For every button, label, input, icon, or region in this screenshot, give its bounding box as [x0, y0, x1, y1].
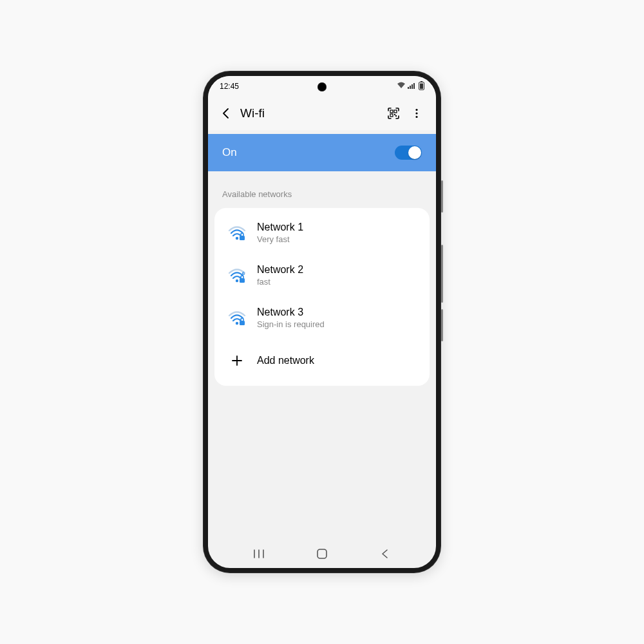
network-info: Network 3 Sign-in is required — [257, 306, 421, 330]
network-sub: fast — [257, 277, 421, 288]
wifi-secured-wifi6-icon: 6 — [223, 262, 251, 289]
nav-home-button[interactable] — [303, 541, 341, 567]
toggle-thumb — [408, 146, 421, 159]
network-list: Network 1 Very fast 6 — [214, 208, 430, 386]
wifi-toggle-switch[interactable] — [395, 146, 422, 160]
svg-rect-1 — [410, 86, 411, 89]
available-networks-header: Available networks — [208, 171, 436, 208]
svg-point-12 — [415, 109, 417, 111]
svg-rect-2 — [412, 84, 413, 89]
network-name: Network 1 — [257, 221, 421, 234]
svg-rect-7 — [390, 110, 393, 113]
status-right — [397, 81, 424, 92]
network-info: Network 1 Very fast — [257, 221, 421, 245]
network-item[interactable]: 6 Network 2 fast — [214, 254, 430, 297]
svg-rect-6 — [420, 83, 423, 89]
status-time: 12:45 — [220, 82, 239, 91]
add-network-label: Add network — [257, 354, 421, 368]
qr-scan-button[interactable] — [382, 102, 405, 125]
side-button — [441, 180, 443, 213]
front-camera — [317, 82, 327, 91]
svg-point-20 — [236, 322, 238, 325]
more-options-button[interactable] — [405, 102, 428, 125]
wifi-status-icon — [397, 82, 406, 91]
home-icon — [316, 548, 328, 560]
svg-rect-25 — [317, 549, 327, 558]
svg-rect-11 — [395, 115, 397, 117]
nav-recents-button[interactable] — [240, 541, 278, 567]
network-info: Network 2 fast — [257, 263, 421, 288]
svg-point-13 — [415, 112, 417, 114]
wifi-secured-icon — [223, 305, 251, 332]
wifi-secured-icon — [223, 220, 251, 247]
network-item[interactable]: Network 3 Sign-in is required — [214, 297, 430, 339]
content-area: On Available networks — [208, 130, 436, 540]
network-sub: Sign-in is required — [257, 319, 421, 330]
side-button — [441, 245, 443, 303]
network-item[interactable]: Network 1 Very fast — [214, 212, 430, 254]
nav-bar — [208, 540, 436, 568]
more-vertical-icon — [411, 108, 422, 119]
recents-icon — [252, 549, 265, 559]
plus-icon — [223, 347, 251, 374]
svg-point-15 — [236, 237, 238, 240]
svg-point-17 — [236, 279, 238, 282]
network-name: Network 3 — [257, 306, 421, 319]
network-name: Network 2 — [257, 263, 421, 277]
signal-icon — [408, 82, 417, 91]
svg-rect-0 — [408, 87, 409, 89]
svg-rect-3 — [413, 83, 415, 89]
svg-rect-8 — [394, 110, 397, 113]
chevron-left-icon — [220, 107, 232, 120]
page-title: Wi-fi — [240, 106, 382, 120]
svg-rect-16 — [240, 236, 245, 240]
wifi-toggle-section[interactable]: On — [208, 134, 436, 171]
svg-rect-21 — [240, 321, 245, 325]
side-button — [441, 309, 443, 341]
network-sub: Very fast — [257, 234, 421, 245]
screen: 12:45 — [208, 76, 436, 568]
battery-icon — [419, 81, 424, 92]
qr-code-icon — [387, 107, 400, 120]
svg-rect-19 — [240, 278, 245, 283]
svg-point-14 — [415, 116, 417, 118]
app-bar: Wi-fi — [208, 97, 436, 130]
phone-frame: 12:45 — [203, 71, 441, 573]
svg-rect-9 — [390, 114, 393, 117]
wifi-toggle-label: On — [222, 146, 237, 159]
svg-rect-10 — [394, 114, 395, 115]
chevron-left-icon — [380, 549, 390, 559]
network-info: Add network — [257, 354, 421, 368]
add-network-item[interactable]: Add network — [214, 339, 430, 382]
back-button[interactable] — [216, 103, 236, 124]
nav-back-button[interactable] — [366, 541, 404, 567]
